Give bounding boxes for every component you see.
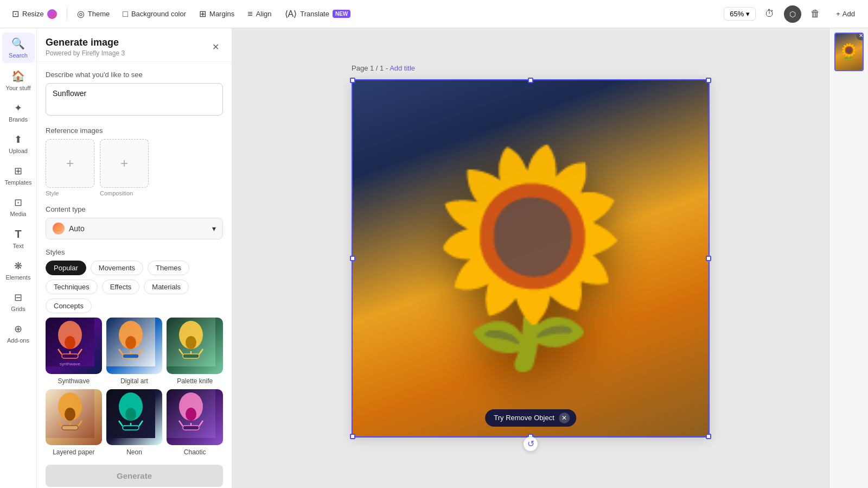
neon-svg bbox=[106, 389, 155, 438]
nav-item-search[interactable]: 🔍 Search bbox=[2, 33, 35, 63]
user-avatar-button[interactable]: ⬡ bbox=[784, 5, 801, 23]
nav-item-text[interactable]: T Text bbox=[2, 224, 35, 253]
toolbar: ⊡ Resize ◎ Theme □ Background color ⊞ Ma… bbox=[0, 0, 868, 28]
content-type-select[interactable]: 🔆 Auto ▾ bbox=[46, 218, 223, 239]
svg-point-38 bbox=[186, 408, 196, 421]
nav-label-grids: Grids bbox=[11, 306, 25, 312]
nav-label-your-stuff: Your stuff bbox=[6, 85, 31, 91]
generate-button[interactable]: Generate bbox=[46, 465, 223, 487]
svg-rect-35 bbox=[123, 426, 139, 430]
theme-button[interactable]: ◎ Theme bbox=[72, 5, 115, 22]
theme-label: Theme bbox=[88, 10, 110, 18]
nav-label-text: Text bbox=[12, 243, 23, 249]
style-thumb-layered bbox=[46, 389, 102, 446]
page-label: Page 1 / 1 - Add title bbox=[352, 64, 415, 72]
grids-icon: ⊟ bbox=[14, 291, 22, 303]
composition-ref-col: + Composition bbox=[100, 139, 149, 197]
nav-item-templates[interactable]: ⊞ Templates bbox=[2, 161, 35, 190]
svg-rect-6 bbox=[62, 354, 78, 358]
align-label: Align bbox=[256, 10, 272, 18]
style-name-digital: Digital art bbox=[120, 377, 148, 385]
reference-images-label: Reference images bbox=[46, 126, 223, 135]
filter-effects[interactable]: Effects bbox=[102, 280, 140, 294]
chaotic-svg bbox=[167, 389, 215, 438]
panel-close-button[interactable]: ✕ bbox=[208, 40, 223, 55]
add-button[interactable]: + Add bbox=[829, 7, 861, 21]
rotate-handle[interactable]: ↺ bbox=[523, 436, 538, 452]
nav-label-media: Media bbox=[10, 211, 27, 217]
translate-new-badge: NEW bbox=[333, 10, 350, 18]
margins-button[interactable]: ⊞ Margins bbox=[194, 5, 240, 22]
translate-button[interactable]: ⟨A⟩ Translate NEW bbox=[279, 5, 356, 22]
style-ref-label: Style bbox=[46, 190, 59, 197]
svg-rect-28 bbox=[62, 426, 78, 430]
remove-object-label: Try Remove Object bbox=[494, 414, 554, 422]
side-panel: Generate image Powered by Firefly Image … bbox=[37, 28, 232, 488]
nav-item-brands[interactable]: ✦ Brands bbox=[2, 98, 35, 127]
style-ref-col: + Style bbox=[46, 139, 94, 197]
filter-materials[interactable]: Materials bbox=[144, 280, 189, 294]
resize-badge-icon bbox=[47, 9, 57, 19]
avatar-icon: ⬡ bbox=[789, 10, 796, 18]
chevron-down-icon: ▾ bbox=[212, 224, 216, 233]
nav-label-templates: Templates bbox=[4, 179, 31, 186]
elements-icon: ❋ bbox=[14, 260, 22, 272]
composition-ref-box[interactable]: + bbox=[100, 139, 149, 188]
theme-icon: ◎ bbox=[77, 9, 85, 19]
nav-item-media[interactable]: ⊡ Media bbox=[2, 192, 35, 221]
style-thumb-palette bbox=[167, 318, 223, 374]
page-thumbnail[interactable]: 🌻 ✕ bbox=[834, 33, 864, 71]
style-name-palette: Palette knife bbox=[177, 377, 213, 385]
style-layered-paper[interactable]: Layered paper bbox=[46, 389, 102, 457]
style-synthwave[interactable]: synthwave Synthwave bbox=[46, 318, 102, 385]
style-grid: synthwave Synthwave bbox=[46, 318, 223, 456]
filter-movements[interactable]: Movements bbox=[91, 261, 143, 275]
resize-label: Resize bbox=[22, 10, 44, 18]
remove-object-close-button[interactable]: ✕ bbox=[559, 413, 570, 423]
right-panel: 🌻 ✕ bbox=[829, 28, 868, 488]
style-chaotic[interactable]: Chaotic bbox=[167, 389, 223, 457]
styles-filter: Popular Movements Themes Techniques Effe… bbox=[46, 261, 223, 313]
chevron-down-icon: ▾ bbox=[746, 10, 750, 18]
svg-rect-21 bbox=[183, 354, 199, 358]
nav-item-add-ons[interactable]: ⊕ Add-ons bbox=[2, 319, 35, 348]
resize-button[interactable]: ⊡ Resize bbox=[7, 5, 62, 22]
background-color-button[interactable]: □ Background color bbox=[117, 6, 192, 22]
composition-ref-label: Composition bbox=[100, 190, 133, 197]
nav-item-elements[interactable]: ❋ Elements bbox=[2, 256, 35, 285]
style-name-neon: Neon bbox=[126, 448, 142, 456]
canvas-page-container: Page 1 / 1 - Add title ↺ bbox=[352, 79, 710, 438]
layered-svg bbox=[46, 389, 94, 438]
zoom-control[interactable]: 65% ▾ bbox=[724, 7, 756, 21]
style-digital-art[interactable]: Digital art bbox=[106, 318, 163, 385]
content-type-section: Content type 🔆 Auto ▾ bbox=[46, 205, 223, 239]
style-ref-box[interactable]: + bbox=[46, 139, 94, 188]
filter-popular[interactable]: Popular bbox=[46, 261, 86, 275]
left-nav: 🔍 Search 🏠 Your stuff ✦ Brands ⬆ Upload … bbox=[0, 28, 37, 488]
nav-label-elements: Elements bbox=[6, 274, 31, 281]
panel-title: Generate image bbox=[46, 37, 125, 48]
nav-item-grids[interactable]: ⊟ Grids bbox=[2, 287, 35, 316]
auto-icon: 🔆 bbox=[53, 223, 65, 235]
align-button[interactable]: ≡ Align bbox=[242, 6, 277, 22]
translate-label: Translate bbox=[300, 10, 329, 18]
margins-label: Margins bbox=[209, 10, 234, 18]
brands-icon: ✦ bbox=[14, 102, 22, 114]
filter-concepts[interactable]: Concepts bbox=[46, 299, 92, 313]
describe-input[interactable]: Sunflower bbox=[46, 83, 223, 116]
page-title-link[interactable]: Add title bbox=[390, 64, 415, 72]
nav-item-your-stuff[interactable]: 🏠 Your stuff bbox=[2, 65, 35, 96]
zoom-level: 65% bbox=[730, 10, 744, 18]
main-layout: 🔍 Search 🏠 Your stuff ✦ Brands ⬆ Upload … bbox=[0, 28, 868, 488]
delete-button[interactable]: 🗑 bbox=[806, 4, 825, 24]
reference-images-row: + Style + Composition bbox=[46, 139, 223, 197]
style-neon[interactable]: Neon bbox=[106, 389, 163, 457]
filter-themes[interactable]: Themes bbox=[148, 261, 189, 275]
nav-item-upload[interactable]: ⬆ Upload bbox=[2, 129, 35, 159]
plus-style-icon: + bbox=[66, 156, 74, 171]
timer-button[interactable]: ⏱ bbox=[760, 4, 780, 24]
filter-techniques[interactable]: Techniques bbox=[46, 280, 98, 294]
your-stuff-icon: 🏠 bbox=[11, 69, 25, 83]
background-color-label: Background color bbox=[131, 10, 186, 18]
style-palette-knife[interactable]: Palette knife bbox=[167, 318, 223, 385]
